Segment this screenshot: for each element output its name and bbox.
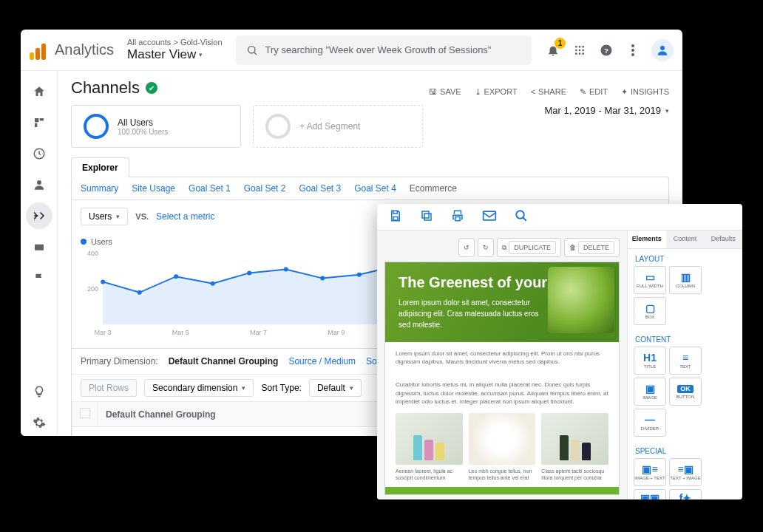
em-copy-button[interactable] [420, 209, 433, 225]
tile-text-image[interactable]: ≡▣TEXT + IMAGE [669, 458, 702, 486]
svg-text:?: ? [604, 46, 608, 54]
subtab-goal3[interactable]: Goal Set 3 [299, 183, 341, 194]
insights-button[interactable]: ✦ INSIGHTS [621, 87, 669, 97]
edit-button[interactable]: ✎ EDIT [580, 87, 608, 97]
svg-text:Mar 7: Mar 7 [250, 329, 267, 336]
em-save-button[interactable] [389, 209, 402, 225]
chevron-down-icon: ▾ [665, 107, 669, 115]
date-range-picker[interactable]: Mar 1, 2019 - Mar 31, 2019 ▾ [544, 105, 669, 116]
secondary-dimension-selector[interactable]: Secondary dimension▾ [144, 379, 254, 397]
tile-text[interactable]: ≡TEXT [669, 347, 702, 375]
svg-point-22 [37, 180, 41, 185]
side-tab-content[interactable]: Content [666, 231, 705, 248]
side-tab-elements[interactable]: Elements [628, 231, 666, 248]
series-dot-icon [81, 239, 87, 245]
svg-point-3 [579, 46, 581, 48]
rail-customization[interactable] [26, 109, 52, 136]
email-canvas[interactable]: ↺ ↻ ⧉ DUPLICATE 🗑 DELETE The Greenest of… [377, 231, 627, 499]
tile-image-text[interactable]: ▣≡IMAGE + TEXT [634, 458, 666, 486]
product-card-1[interactable]: Aenean laoreet, ligula ac suscipit condi… [396, 413, 463, 481]
segment-circle-icon [84, 114, 109, 139]
primary-metric-selector[interactable]: Users▾ [81, 208, 128, 225]
email-page: The Greenest of your life! Lorem ipsum d… [384, 262, 620, 495]
export-button[interactable]: ⤓ EXPORT [475, 87, 518, 97]
flag-icon [33, 272, 45, 284]
svg-rect-54 [484, 211, 496, 220]
select-all-checkbox[interactable] [80, 408, 90, 418]
account-crumbs[interactable]: All accounts > Gold-Vision Master View▾ [127, 38, 223, 61]
share-button[interactable]: < SHARE [531, 87, 566, 97]
rail-conversions[interactable] [26, 265, 52, 291]
rail-admin[interactable] [26, 409, 52, 436]
tile-social-follow[interactable]: f✦SOCIAL FOLLOW [669, 489, 702, 499]
subtab-summary[interactable]: Summary [81, 183, 118, 194]
svg-point-6 [579, 49, 581, 51]
email-toolbar [377, 204, 742, 231]
body-paragraph-2[interactable]: Curabitur lobortis metus mi, in aliquet … [385, 373, 619, 413]
product-card-2[interactable]: Leo nibh congue tellus, non tempus tellu… [469, 413, 536, 481]
save-button[interactable]: 🖫 SAVE [429, 87, 461, 97]
tile-title[interactable]: H1TITLE [634, 347, 666, 375]
chevron-down-icon: ▾ [350, 384, 353, 392]
subtab-ecommerce[interactable]: Ecommerce [410, 183, 457, 194]
segment-all-users[interactable]: All Users 100.00% Users [71, 105, 241, 148]
tile-button[interactable]: OKBUTTON [669, 378, 702, 406]
hero-block[interactable]: The Greenest of your life! Lorem ipsum d… [385, 262, 619, 342]
search-input[interactable]: Try searching "Week over Week Growth of … [236, 35, 532, 65]
redo-button[interactable]: ↻ [478, 238, 494, 257]
rail-acquisition[interactable] [26, 202, 52, 229]
subtab-goal2[interactable]: Goal Set 2 [244, 183, 286, 194]
group-content-title: CONTENT [628, 330, 742, 347]
rail-audience[interactable] [26, 171, 52, 198]
em-send-button[interactable] [482, 210, 497, 225]
tile-divider[interactable]: —DIVIDER [634, 409, 666, 437]
select-secondary-metric[interactable]: Select a metric [156, 211, 214, 222]
product-card-3[interactable]: Class aptent taciti sociosqu litora torq… [541, 413, 608, 481]
rectangle-icon [33, 241, 45, 253]
help-icon: ? [600, 44, 613, 57]
more-button[interactable] [625, 42, 641, 58]
subtab-site-usage[interactable]: Site Usage [132, 183, 175, 194]
lightbulb-icon [33, 385, 46, 398]
sort-type-label: Sort Type: [261, 383, 301, 393]
subtab-goal1[interactable]: Goal Set 1 [189, 183, 231, 194]
delete-button[interactable]: 🗑 DELETE [564, 238, 620, 257]
rail-realtime[interactable] [26, 140, 52, 167]
em-search-button[interactable] [515, 209, 528, 225]
tile-image-group[interactable]: ▣▣IMAGE GROUP [634, 489, 666, 499]
duplicate-button[interactable]: ⧉ DUPLICATE [497, 238, 561, 257]
person-icon [33, 178, 46, 191]
apps-button[interactable] [572, 42, 588, 58]
svg-point-14 [631, 49, 634, 52]
sort-type-selector[interactable]: Default▾ [309, 379, 362, 397]
account-avatar[interactable] [651, 39, 674, 61]
rail-discover[interactable] [26, 378, 52, 405]
side-tab-defaults[interactable]: Defaults [704, 231, 742, 248]
tile-box[interactable]: ▢BOX [634, 297, 666, 325]
rail-home[interactable] [26, 78, 52, 105]
svg-rect-52 [424, 214, 431, 220]
grid-icon [574, 44, 586, 56]
rail-behavior[interactable] [26, 233, 52, 260]
tab-explorer[interactable]: Explorer [71, 157, 129, 177]
plot-rows-button[interactable]: Plot Rows [81, 379, 137, 397]
floppy-icon [389, 209, 402, 222]
em-print-button[interactable] [451, 209, 464, 225]
tile-image[interactable]: ▣IMAGE [634, 378, 666, 406]
subtab-goal4[interactable]: Goal Set 4 [354, 183, 396, 194]
chevron-down-icon: ▾ [242, 384, 245, 392]
notifications-button[interactable]: 1 [545, 42, 561, 58]
svg-text:200: 200 [87, 285, 98, 293]
help-button[interactable]: ? [598, 42, 614, 58]
tile-full-width[interactable]: ▭FULL WIDTH [634, 266, 666, 294]
view-selector[interactable]: Master View▾ [127, 47, 223, 62]
tile-column[interactable]: ▥COLUMN [669, 266, 702, 294]
add-segment-button[interactable]: + Add Segment [253, 105, 423, 148]
svg-point-15 [631, 53, 634, 56]
svg-point-5 [575, 49, 577, 51]
undo-button[interactable]: ↺ [458, 238, 475, 257]
svg-rect-23 [35, 245, 44, 250]
body-paragraph-1[interactable]: Lorem ipsum dolor sit amet, consectetur … [385, 342, 619, 373]
dim-source-medium[interactable]: Source / Medium [288, 356, 356, 366]
merge-icon [33, 209, 46, 222]
